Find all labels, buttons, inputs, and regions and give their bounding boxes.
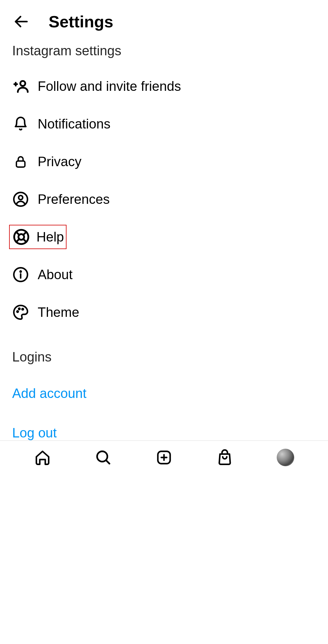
svg-line-20	[106, 460, 109, 464]
back-button[interactable]	[12, 12, 30, 31]
menu-item-theme[interactable]: Theme	[0, 293, 328, 331]
search-icon	[95, 449, 111, 466]
page-title: Settings	[49, 12, 113, 31]
home-icon	[34, 449, 51, 466]
bell-icon	[12, 115, 29, 132]
svg-line-9	[16, 232, 19, 235]
svg-point-1	[20, 81, 25, 86]
menu-item-preferences[interactable]: Preferences	[0, 180, 328, 218]
svg-rect-4	[16, 161, 25, 167]
menu-item-privacy[interactable]: Privacy	[0, 143, 328, 180]
palette-icon	[12, 304, 29, 321]
menu-item-about[interactable]: About	[0, 256, 328, 293]
section-subtitle: Instagram settings	[0, 40, 328, 67]
menu-label: About	[38, 267, 73, 282]
plus-square-icon	[156, 449, 172, 466]
svg-point-16	[17, 311, 19, 313]
user-circle-icon	[12, 191, 29, 208]
menu-label: Notifications	[38, 116, 111, 132]
header: Settings	[0, 0, 328, 40]
menu-label: Theme	[38, 305, 79, 320]
lifebuoy-icon	[13, 228, 30, 245]
settings-menu: Follow and invite friends Notifications …	[0, 67, 328, 331]
svg-point-15	[20, 271, 21, 272]
lock-icon	[12, 153, 29, 170]
arrow-left-icon	[13, 13, 30, 30]
nav-profile[interactable]	[277, 449, 294, 466]
svg-line-10	[23, 239, 26, 242]
shopping-bag-icon	[217, 449, 233, 466]
logins-heading: Logins	[0, 331, 328, 374]
add-account-link[interactable]: Add account	[0, 374, 328, 413]
svg-line-12	[16, 239, 19, 242]
menu-label: Help	[36, 229, 64, 245]
menu-item-help[interactable]: Help	[9, 225, 67, 249]
info-icon	[12, 266, 29, 283]
menu-label: Privacy	[38, 154, 81, 169]
menu-label: Preferences	[38, 192, 110, 207]
bottom-nav	[0, 440, 328, 474]
avatar-icon	[277, 449, 294, 466]
nav-shop[interactable]	[216, 449, 234, 466]
svg-point-18	[22, 309, 24, 310]
nav-home[interactable]	[34, 449, 51, 466]
nav-create[interactable]	[155, 449, 173, 466]
nav-search[interactable]	[94, 449, 112, 466]
menu-item-follow-invite[interactable]: Follow and invite friends	[0, 67, 328, 105]
person-add-icon	[12, 78, 29, 95]
svg-line-11	[23, 232, 26, 235]
svg-point-17	[19, 308, 20, 310]
menu-label: Follow and invite friends	[38, 79, 181, 94]
menu-item-notifications[interactable]: Notifications	[0, 105, 328, 143]
svg-point-6	[19, 196, 23, 200]
